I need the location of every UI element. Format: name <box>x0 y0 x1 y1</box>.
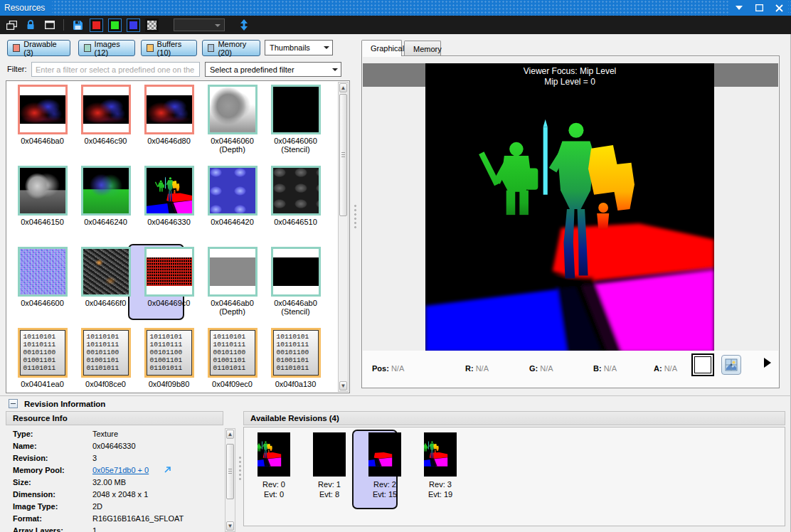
thumbnail-item[interactable]: 0x04646c90 <box>74 85 137 145</box>
texture-viewer[interactable]: Viewer Focus: Mip Level Mip Level = 0 <box>363 57 778 351</box>
texture-image[interactable]: Viewer Focus: Mip Level Mip Level = 0 <box>425 63 714 351</box>
revision-item[interactable]: Rev: 1Evt: 8 <box>303 432 356 499</box>
revision-label: Rev: 1 <box>318 480 341 489</box>
memory-pool-link[interactable]: 0x05e71db0 + 0 <box>92 466 149 474</box>
revision-splitter-grip[interactable] <box>238 457 242 480</box>
grid-scrollbar[interactable]: ▲ ▼ <box>338 82 349 392</box>
pos-readout: Pos: N/A <box>372 364 404 373</box>
memory-swatch <box>208 44 214 52</box>
tab-images[interactable]: Images (12) <box>78 40 135 56</box>
thumbnail-item[interactable]: 0x04646240 <box>74 166 137 226</box>
tab-memory-label: Memory <box>413 45 442 53</box>
thumbnail-item[interactable]: 0x04646ba0 <box>11 85 74 145</box>
tab-memory-view[interactable]: Memory <box>404 41 441 56</box>
thumbnail-item[interactable]: 0x04646510 <box>264 166 327 226</box>
thumbnail-image <box>210 168 255 213</box>
predefined-filter-dropdown[interactable]: Select a predefined filter <box>205 62 341 77</box>
window-icon[interactable] <box>43 18 57 32</box>
thumbnail-item[interactable]: 0x04646060(Depth) <box>201 85 264 154</box>
expand-right-icon[interactable] <box>764 358 771 368</box>
thumbnail-item[interactable]: 10110101 10110111 00101100 01001101 0110… <box>11 328 74 388</box>
image-crosshair-icon <box>725 358 738 371</box>
collapse-icon[interactable] <box>9 399 18 408</box>
green-channel-toggle[interactable] <box>108 18 122 32</box>
thumbnail-image <box>147 95 192 124</box>
blue-channel-toggle[interactable] <box>127 18 140 32</box>
external-link-icon[interactable] <box>164 466 171 474</box>
scroll-up-icon[interactable]: ▲ <box>226 430 234 439</box>
chevron-down-icon <box>324 46 329 52</box>
thumbnail-item[interactable]: 0x046469c0 <box>137 247 201 307</box>
thumbnail-label: 0x04646ba0 <box>11 137 74 145</box>
thumbnail-label: 0x04646150 <box>11 218 74 226</box>
thumbnail-image <box>20 95 65 124</box>
thumbnail-item[interactable]: 0x04646060(Stencil) <box>264 85 327 154</box>
info-value: 2048 x 2048 x 1 <box>92 490 148 499</box>
thumbnail-item[interactable]: 10110101 10110111 00101100 01001101 0110… <box>264 328 327 388</box>
filter-input[interactable] <box>31 62 200 77</box>
available-revisions-header: Available Revisions (4) <box>243 411 785 425</box>
thumbnail-item-selected[interactable]: 0x04646330 <box>137 166 201 226</box>
view-mode-dropdown[interactable]: Thumbnails <box>265 40 333 55</box>
scroll-down-icon[interactable]: ▼ <box>226 521 234 531</box>
thumbnail-label: 0x046466f0 <box>74 299 137 307</box>
thumbnail-item[interactable]: 0x04646150 <box>11 166 74 226</box>
grid-scrollbar-thumb[interactable] <box>339 94 347 216</box>
thumbnail-item[interactable]: 0x04646ab0(Depth) <box>201 247 264 316</box>
thumbnail-label: 0x04646510 <box>264 218 327 226</box>
scroll-down-icon[interactable]: ▼ <box>339 381 347 390</box>
thumbnail-label: 0x04646060 <box>274 137 317 145</box>
lock-icon[interactable] <box>23 18 38 32</box>
red-channel-toggle[interactable] <box>90 18 103 32</box>
resource-info-scrollbar[interactable]: ▲ ▼ <box>225 428 235 532</box>
thumbnail-item[interactable]: 10110101 10110111 00101100 01001101 0110… <box>74 328 137 388</box>
thumbnail-label: 0x04041ea0 <box>11 380 74 388</box>
cascade-windows-icon[interactable] <box>4 18 18 32</box>
scroll-up-icon[interactable]: ▲ <box>339 83 347 92</box>
thumbnail-image <box>83 249 129 294</box>
chevron-down-icon <box>332 68 338 74</box>
revision-label: Rev: 0 <box>262 480 285 489</box>
revision-item[interactable]: Rev: 0Evt: 0 <box>248 432 300 499</box>
green-swatch <box>111 21 119 29</box>
maximize-icon[interactable] <box>753 2 765 14</box>
info-value: R16G16B16A16_SFLOAT <box>92 514 184 523</box>
resource-info-panel: Type:Texture Name:0x04646330 Revision:3 … <box>6 427 223 532</box>
info-key: Type: <box>13 430 33 438</box>
tab-graphical[interactable]: Graphical <box>361 40 402 56</box>
info-value: 1 <box>92 526 97 532</box>
thumbnail-item[interactable]: 0x04646420 <box>201 166 264 226</box>
tab-drawable[interactable]: Drawable (3) <box>7 40 70 56</box>
window-menu-chevron-icon[interactable] <box>733 2 745 14</box>
center-image-button[interactable] <box>721 355 741 375</box>
thumbnail-label: 0x04646330 <box>137 218 201 226</box>
buffer-binary-preview: 10110101 10110111 00101100 01001101 0110… <box>20 330 65 376</box>
panel-splitter-grip[interactable] <box>353 205 357 228</box>
close-icon[interactable] <box>773 2 785 14</box>
alpha-channel-toggle[interactable] <box>145 18 159 32</box>
thumbnail-sublabel: (Stencil) <box>281 307 309 316</box>
thumbnail-item[interactable]: 0x04646ab0(Stencil) <box>264 247 327 316</box>
revision-item-selected[interactable]: Rev: 3Evt: 19 <box>414 432 467 499</box>
mip-level-dropdown[interactable] <box>174 18 225 31</box>
thumbnail-item[interactable]: 0x04646d80 <box>137 85 201 145</box>
tab-buffers[interactable]: Buffers (10) <box>141 40 197 56</box>
a-readout: A: N/A <box>654 364 677 373</box>
thumbnail-item[interactable]: 10110101 10110111 00101100 01001101 0110… <box>201 328 264 388</box>
revision-item[interactable]: Rev: 2Evt: 15 <box>359 432 411 499</box>
save-icon[interactable] <box>70 18 85 32</box>
thumbnail-item[interactable]: 10110101 10110111 00101100 01001101 0110… <box>137 328 201 388</box>
thumbnail-item[interactable]: 0x04646600 <box>11 247 74 307</box>
revision-information-header: Revision Information <box>0 395 791 411</box>
resources-window: Resources <box>0 0 791 532</box>
thumbnail-item[interactable]: 0x046466f0 <box>74 247 137 307</box>
resource-info-scrollbar-thumb[interactable] <box>226 444 234 499</box>
expand-vertical-icon[interactable] <box>237 18 251 32</box>
thumbnail-image <box>20 249 65 294</box>
info-value: 2D <box>92 502 102 511</box>
info-key: Memory Pool: <box>13 466 65 474</box>
tab-memory[interactable]: Memory (20) <box>202 40 260 56</box>
revision-thumbnail <box>424 432 457 477</box>
thumbnail-label: 0x046469c0 <box>137 299 201 307</box>
revision-label: Rev: 3 <box>429 480 452 489</box>
